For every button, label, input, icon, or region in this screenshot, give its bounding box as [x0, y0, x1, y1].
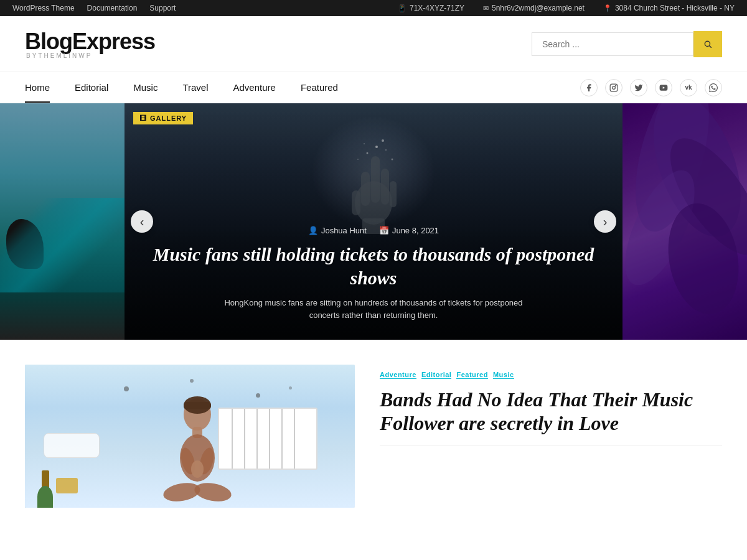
svg-rect-2	[610, 84, 618, 91]
article-info: Adventure Editorial Featured Music Bands…	[380, 365, 722, 446]
tag-music[interactable]: Music	[493, 371, 514, 379]
logo[interactable]: BlogExpress byTHEMLINWP	[25, 29, 155, 59]
whatsapp-icon[interactable]	[705, 79, 722, 96]
hero-side-left	[0, 103, 125, 340]
wall-dot-1	[124, 386, 129, 391]
purple-flower-image	[622, 103, 747, 340]
twitter-icon[interactable]	[630, 79, 647, 96]
article-tags: Adventure Editorial Featured Music	[380, 371, 722, 379]
hero-date: 📅 June 8, 2021	[379, 226, 439, 235]
email-info: ✉ 5nhr6v2wmdj@example.net	[483, 4, 585, 12]
top-bar-right: 📱 71X-4XYZ-71ZY ✉ 5nhr6v2wmdj@example.ne…	[398, 4, 735, 12]
documentation-link[interactable]: Documentation	[87, 4, 138, 12]
nav-home[interactable]: Home	[25, 72, 62, 103]
chevron-right-icon: ›	[603, 215, 608, 228]
search-button[interactable]	[693, 31, 722, 57]
phone-icon: 📱	[398, 4, 406, 12]
phone-info: 📱 71X-4XYZ-71ZY	[398, 4, 464, 12]
chevron-left-icon: ‹	[140, 215, 144, 228]
top-bar: WordPress Theme Documentation Support 📱 …	[0, 0, 747, 16]
facebook-icon[interactable]	[580, 79, 598, 96]
nav-editorial[interactable]: Editorial	[62, 72, 121, 103]
svg-rect-26	[184, 402, 211, 409]
next-arrow[interactable]: ›	[594, 210, 616, 233]
nav-links: Home Editorial Music Travel Adventure Fe…	[25, 72, 350, 103]
wp-theme-link[interactable]: WordPress Theme	[12, 4, 75, 12]
content-section: Adventure Editorial Featured Music Bands…	[0, 340, 747, 520]
hero-main-bg: 🎞 GALLERY 👤 Joshua Hunt 📅 June 8, 2021 M…	[125, 103, 622, 340]
camera-icon: 🎞	[139, 114, 147, 122]
wall-dot-4	[289, 386, 292, 390]
logo-title: BlogExpress	[25, 29, 155, 55]
tag-editorial[interactable]: Editorial	[421, 371, 452, 379]
article-image	[25, 365, 355, 508]
ocean-image	[0, 103, 125, 340]
pillow	[44, 433, 100, 458]
instagram-icon[interactable]	[605, 79, 622, 96]
hero-content: 👤 Joshua Hunt 📅 June 8, 2021 Music fans …	[143, 226, 604, 321]
search-input[interactable]	[532, 32, 693, 56]
header: BlogExpress byTHEMLINWP	[0, 16, 747, 72]
hero-title: Music fans still holding tickets to thou…	[143, 243, 604, 289]
svg-point-33	[193, 480, 233, 504]
wall-dot-2	[190, 379, 194, 383]
nav-featured[interactable]: Featured	[288, 72, 350, 103]
svg-point-3	[613, 86, 616, 89]
flower-decoration	[622, 103, 747, 340]
wall-dot-3	[256, 393, 260, 398]
top-bar-left: WordPress Theme Documentation Support	[12, 4, 176, 12]
plant	[37, 470, 53, 508]
youtube-icon[interactable]	[655, 79, 672, 96]
hero-description: HongKong music fans are sitting on hundr…	[218, 297, 529, 321]
tag-adventure[interactable]: Adventure	[380, 371, 416, 379]
hero-main: 🎞 GALLERY 👤 Joshua Hunt 📅 June 8, 2021 M…	[125, 103, 622, 340]
nav-adventure[interactable]: Adventure	[221, 72, 288, 103]
user-icon: 👤	[308, 226, 318, 235]
nav-social: vk	[580, 79, 722, 96]
hero-side-right	[622, 103, 747, 340]
search-icon	[703, 39, 712, 50]
svg-point-31	[191, 460, 204, 478]
nav-travel[interactable]: Travel	[170, 72, 220, 103]
support-link[interactable]: Support	[149, 4, 176, 12]
tag-featured[interactable]: Featured	[456, 371, 487, 379]
prev-arrow[interactable]: ‹	[131, 210, 153, 233]
hero-author: 👤 Joshua Hunt	[308, 226, 367, 235]
location-icon: 📍	[603, 4, 612, 12]
svg-point-4	[616, 85, 616, 86]
article-preview: Adventure Editorial Featured Music Bands…	[25, 365, 722, 508]
nav-bar: Home Editorial Music Travel Adventure Fe…	[0, 72, 747, 103]
person-silhouette	[160, 396, 235, 508]
svg-line-1	[710, 45, 712, 47]
article-title: Bands Had No Idea That Their Music Follo…	[380, 388, 722, 436]
hero-meta: 👤 Joshua Hunt 📅 June 8, 2021	[143, 226, 604, 235]
search-area	[532, 31, 722, 57]
calendar-icon: 📅	[379, 226, 389, 235]
accent-block	[56, 478, 78, 493]
svg-point-0	[705, 41, 710, 46]
vk-icon[interactable]: vk	[680, 79, 697, 96]
hero-carousel: 🎞 GALLERY 👤 Joshua Hunt 📅 June 8, 2021 M…	[0, 103, 747, 340]
meditation-scene	[25, 365, 355, 508]
nav-music[interactable]: Music	[121, 72, 170, 103]
gallery-tag: 🎞 GALLERY	[133, 112, 193, 124]
address-info: 📍 3084 Church Street - Hicksville - NY	[603, 4, 735, 12]
article-divider	[380, 446, 722, 446]
email-icon: ✉	[483, 4, 489, 12]
